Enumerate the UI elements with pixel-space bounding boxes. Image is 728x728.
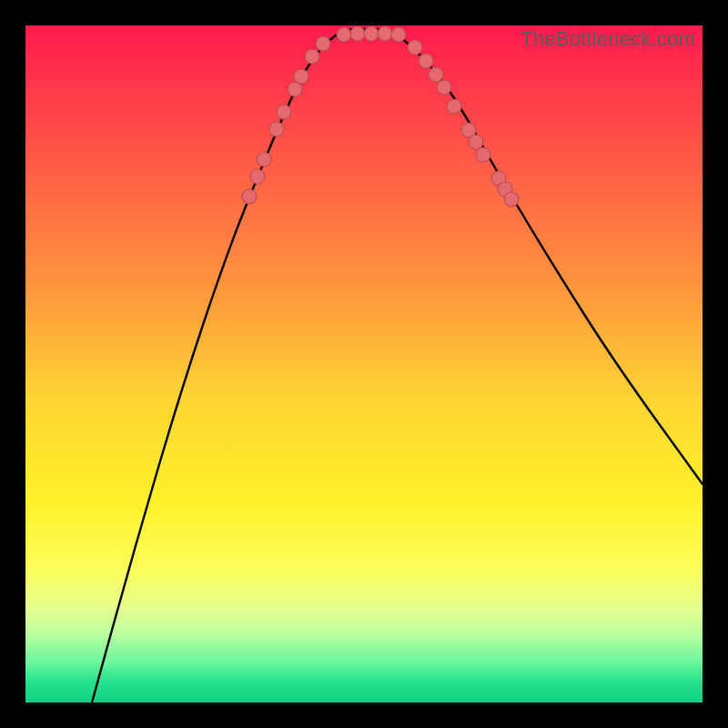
curve-marker: [429, 67, 443, 82]
curve-marker: [294, 69, 308, 84]
bottleneck-curve: [92, 29, 703, 703]
curve-markers: [242, 26, 519, 207]
curve-layer: [25, 25, 703, 703]
curve-marker: [277, 105, 291, 119]
curve-marker: [419, 54, 433, 68]
curve-marker: [316, 36, 330, 51]
curve-marker: [305, 49, 319, 64]
curve-marker: [242, 189, 257, 204]
curve-marker: [257, 152, 271, 167]
plot-area: TheBottleneck.com: [25, 25, 703, 703]
curve-marker: [250, 169, 265, 184]
chart-frame: TheBottleneck.com: [0, 0, 728, 728]
curve-marker: [447, 99, 461, 114]
curve-marker: [469, 135, 483, 149]
curve-marker: [350, 26, 365, 41]
curve-marker: [337, 27, 351, 42]
curve-marker: [437, 80, 451, 95]
curve-marker: [408, 40, 422, 55]
curve-marker: [364, 26, 379, 41]
curve-marker: [391, 27, 406, 42]
curve-marker: [269, 122, 284, 136]
curve-marker: [378, 26, 392, 41]
curve-marker: [504, 192, 519, 207]
curve-marker: [476, 147, 490, 162]
